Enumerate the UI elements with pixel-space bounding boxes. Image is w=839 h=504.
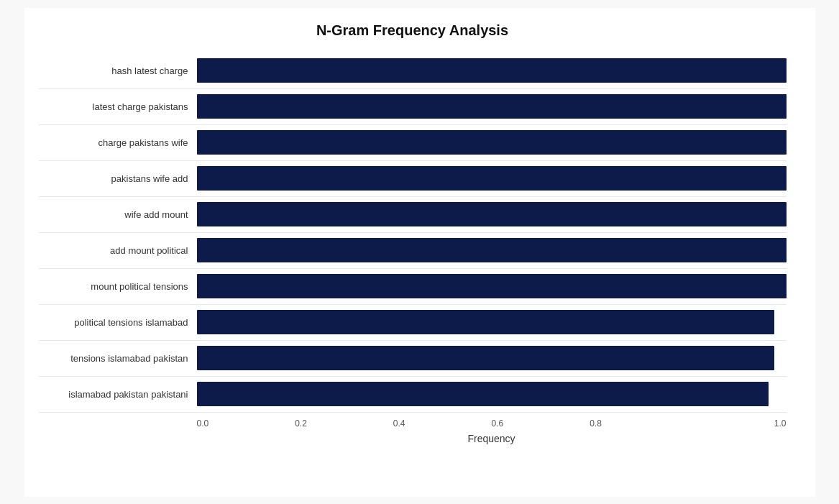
bar-track (197, 382, 787, 406)
bar-row: hash latest charge (39, 53, 787, 89)
bar-fill (197, 274, 787, 298)
chart-area: hash latest chargelatest charge pakistan… (39, 53, 787, 413)
bar-row: wife add mount (39, 197, 787, 233)
x-tick: 0.8 (590, 418, 688, 429)
bar-row: pakistans wife add (39, 161, 787, 197)
bar-track (197, 202, 787, 226)
bar-label: political tensions islamabad (39, 317, 197, 328)
bar-track (197, 130, 787, 155)
bar-track (197, 94, 787, 119)
bar-fill (197, 130, 787, 155)
bar-label: islamabad pakistan pakistani (39, 389, 197, 400)
chart-title: N-Gram Frequency Analysis (39, 22, 787, 39)
bar-fill (197, 58, 787, 83)
bar-fill (197, 94, 787, 119)
bar-label: wife add mount (39, 209, 197, 220)
bar-fill (197, 238, 787, 262)
bar-fill (197, 166, 787, 191)
bar-track (197, 166, 787, 191)
x-axis-label: Frequency (197, 433, 787, 444)
bar-label: charge pakistans wife (39, 137, 197, 148)
bar-fill (197, 202, 787, 226)
bar-track (197, 310, 787, 334)
x-tick: 0.0 (197, 418, 295, 429)
bar-label: add mount political (39, 245, 197, 256)
bar-label: tensions islamabad pakistan (39, 353, 197, 364)
bar-row: add mount political (39, 233, 787, 269)
bar-track (197, 274, 787, 298)
bar-row: tensions islamabad pakistan (39, 341, 787, 377)
bar-row: islamabad pakistan pakistani (39, 377, 787, 413)
bar-label: latest charge pakistans (39, 101, 197, 112)
x-tick: 1.0 (688, 418, 787, 429)
x-tick: 0.2 (295, 418, 393, 429)
x-axis: 0.00.20.40.60.81.0 (197, 418, 787, 429)
chart-container: N-Gram Frequency Analysis hash latest ch… (24, 8, 815, 497)
bar-label: pakistans wife add (39, 173, 197, 184)
bar-row: political tensions islamabad (39, 305, 787, 341)
x-tick: 0.4 (393, 418, 492, 429)
bar-label: hash latest charge (39, 65, 197, 76)
bar-fill (197, 346, 775, 370)
bar-label: mount political tensions (39, 281, 197, 292)
bar-row: charge pakistans wife (39, 125, 787, 161)
bar-row: mount political tensions (39, 269, 787, 305)
bar-row: latest charge pakistans (39, 89, 787, 125)
bar-track (197, 58, 787, 83)
bar-track (197, 346, 787, 370)
bar-fill (197, 382, 769, 406)
x-tick: 0.6 (492, 418, 590, 429)
bar-fill (197, 310, 775, 334)
bar-track (197, 238, 787, 262)
